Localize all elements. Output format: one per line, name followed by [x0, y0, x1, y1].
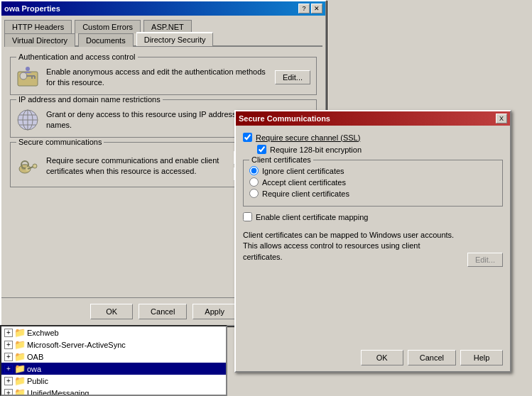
- enable-mapping-label: Enable client certificate mapping: [256, 213, 368, 221]
- apply-button[interactable]: Apply: [192, 304, 237, 319]
- tree-item-exchweb[interactable]: + 📁 Exchweb: [1, 326, 226, 339]
- svg-point-1: [20, 72, 27, 79]
- secure-ok-button[interactable]: OK: [361, 350, 403, 365]
- auth-icon: [16, 66, 39, 89]
- secure-title-bar: Secure Communications X: [236, 111, 510, 126]
- tree-item-oab[interactable]: + 📁 OAB: [1, 351, 226, 363]
- client-certs-group-label: Client certificates: [249, 155, 313, 164]
- require-128bit-label: Require 128-bit encryption: [270, 145, 362, 154]
- tree-label-oab: OAB: [27, 353, 43, 361]
- tab-custom-errors[interactable]: Custom Errors: [75, 20, 141, 33]
- auth-group-content: Enable anonymous access and edit the aut…: [16, 66, 310, 89]
- expand-activesync[interactable]: +: [4, 341, 13, 349]
- expand-public[interactable]: +: [4, 377, 13, 385]
- ignore-certs-radio[interactable]: [249, 166, 259, 175]
- secure-dialog-title: Secure Communications: [239, 114, 330, 123]
- enable-mapping-checkbox[interactable]: [243, 212, 252, 221]
- secure-bottom-buttons: OK Cancel Help: [236, 344, 510, 371]
- folder-icon-unifiedmessaging: 📁: [14, 387, 26, 396]
- tree-label-unifiedmessaging: UnifiedMessaging: [27, 389, 89, 397]
- tab-virtual-directory[interactable]: Virtual Directory: [4, 33, 75, 47]
- cancel-button[interactable]: Cancel: [139, 304, 187, 319]
- require-certs-label: Require client certificates: [262, 189, 349, 198]
- secure-description: Require secure communications and enable…: [46, 155, 227, 177]
- require-certs-radio[interactable]: [249, 189, 259, 198]
- client-certs-group: Client certificates Ignore client certif…: [243, 160, 503, 207]
- accept-certs-row: Accept client certificates: [249, 177, 496, 187]
- help-button[interactable]: ?: [298, 4, 310, 13]
- tree-label-exchweb: Exchweb: [27, 329, 59, 337]
- auth-edit-button[interactable]: Edit...: [275, 70, 310, 84]
- folder-icon-owa: 📁: [14, 363, 26, 374]
- tree-item-owa[interactable]: + 📁 owa: [1, 363, 226, 375]
- require-certs-row: Require client certificates: [249, 189, 496, 198]
- ignore-certs-label: Ignore client certificates: [262, 167, 344, 175]
- tab-documents[interactable]: Documents: [78, 33, 134, 47]
- secure-cancel-button[interactable]: Cancel: [408, 350, 456, 365]
- tree-label-activesync: Microsoft-Server-ActiveSync: [27, 341, 126, 349]
- auth-group-label: Authentication and access control: [16, 53, 138, 61]
- require-ssl-row: Require secure channel (SSL): [243, 133, 503, 142]
- expand-owa[interactable]: +: [4, 365, 13, 373]
- tree-label-public: Public: [27, 377, 48, 385]
- mapping-description-area: Client certificates can be mapped to Win…: [243, 226, 503, 267]
- tree-item-unifiedmessaging[interactable]: + 📁 UnifiedMessaging: [1, 387, 226, 396]
- tree-item-public[interactable]: + 📁 Public: [1, 375, 226, 387]
- secure-group-label: Secure communications: [16, 138, 104, 146]
- enable-mapping-section: Enable client certificate mapping: [243, 212, 503, 221]
- ip-group-label: IP address and domain name restrictions: [16, 95, 163, 104]
- title-bar: owa Properties ? ✕: [1, 1, 325, 16]
- title-bar-controls: ? ✕: [298, 4, 322, 13]
- expand-exchweb[interactable]: +: [4, 329, 13, 337]
- window-title: owa Properties: [4, 4, 60, 13]
- secure-help-button[interactable]: Help: [460, 350, 503, 365]
- require-128bit-checkbox[interactable]: [257, 145, 266, 154]
- svg-point-5: [26, 67, 30, 71]
- expand-unifiedmessaging[interactable]: +: [4, 389, 13, 397]
- close-button[interactable]: ✕: [311, 4, 322, 13]
- auth-description: Enable anonymous access and edit the aut…: [46, 67, 268, 89]
- folder-icon-activesync: 📁: [14, 339, 26, 350]
- ignore-certs-row: Ignore client certificates: [249, 166, 496, 175]
- accept-certs-radio[interactable]: [249, 177, 259, 187]
- tab-row-2: Virtual Directory Documents Directory Se…: [4, 32, 322, 47]
- tree-panel: + 📁 Exchweb + 📁 Microsoft-Server-ActiveS…: [0, 325, 227, 396]
- require-ssl-label: Require secure channel (SSL): [256, 133, 360, 142]
- secure-close-button[interactable]: X: [496, 114, 507, 123]
- tab-directory-security[interactable]: Directory Security: [136, 32, 214, 46]
- expand-oab[interactable]: +: [4, 353, 13, 361]
- ip-icon: [16, 109, 39, 131]
- require-ssl-checkbox[interactable]: [243, 133, 252, 142]
- folder-icon-public: 📁: [14, 375, 26, 386]
- tab-http-headers[interactable]: HTTP Headers: [4, 20, 72, 33]
- secure-communications-dialog: Secure Communications X Require secure c…: [234, 110, 511, 373]
- auth-group: Authentication and access control: [10, 57, 317, 95]
- ok-button[interactable]: OK: [90, 304, 133, 319]
- require-128bit-row: Require 128-bit encryption: [257, 145, 503, 154]
- svg-point-17: [33, 164, 37, 168]
- tree-label-owa: owa: [27, 365, 41, 373]
- folder-icon-exchweb: 📁: [14, 327, 26, 338]
- secure-dialog-content: Require secure channel (SSL) Require 128…: [236, 126, 510, 274]
- tree-item-activesync[interactable]: + 📁 Microsoft-Server-ActiveSync: [1, 339, 226, 351]
- mapping-edit-button[interactable]: Edit...: [467, 253, 503, 267]
- tab-row-1: HTTP Headers Custom Errors ASP.NET: [4, 18, 322, 32]
- folder-icon-oab: 📁: [14, 351, 26, 362]
- secure-icon: [16, 155, 39, 177]
- tabs-container: HTTP Headers Custom Errors ASP.NET Virtu…: [1, 16, 325, 47]
- enable-mapping-row: Enable client certificate mapping: [243, 212, 503, 221]
- accept-certs-label: Accept client certificates: [262, 178, 346, 187]
- mapping-description: Client certificates can be mapped to Win…: [243, 230, 462, 263]
